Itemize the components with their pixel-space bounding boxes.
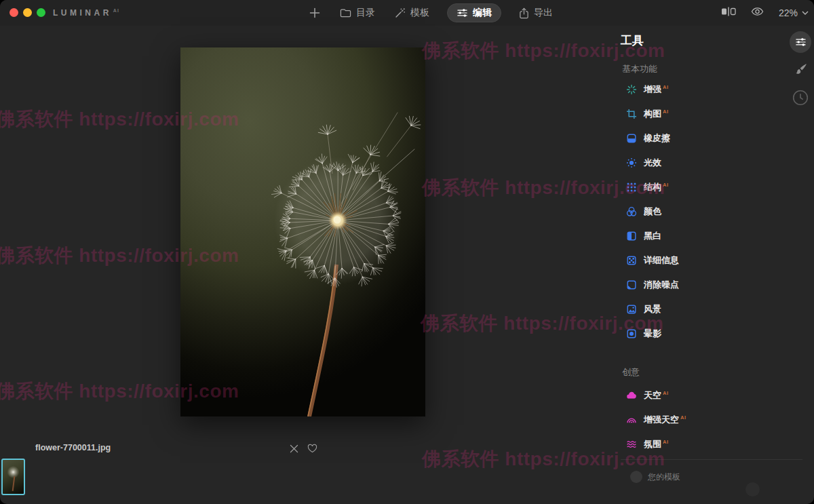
tool-label: 增强天空 (644, 414, 679, 426)
heart-icon (307, 444, 317, 453)
magic-wand-icon (394, 7, 406, 19)
add-photos-button[interactable] (309, 7, 321, 19)
tool-item-checkerboard[interactable]: 详细信息 (621, 248, 786, 273)
photo-canvas[interactable] (180, 47, 425, 416)
tool-item-vignette[interactable]: 晕影 (621, 322, 786, 346)
topbar: LUMINARAI 目录 模板 编辑 (0, 0, 814, 26)
tool-label: 黑白 (644, 230, 661, 242)
tool-label: 构图 (644, 108, 661, 120)
export-icon (519, 7, 529, 19)
vignette-icon (626, 328, 637, 339)
tool-item-denoise[interactable]: 消除噪点 (621, 273, 786, 297)
eye-icon (751, 7, 764, 16)
filmstrip-thumbnail-selected[interactable] (1, 459, 25, 495)
eraser-icon (626, 133, 637, 144)
enhance-icon (626, 84, 637, 95)
tool-item-rainbow[interactable]: 增强天空AI (621, 408, 786, 432)
color-circles-icon (626, 206, 637, 217)
tab-label: 编辑 (473, 7, 492, 19)
app-logo: LUMINARAI (53, 8, 119, 18)
ai-badge: AI (663, 84, 669, 90)
tools-section-label: 创意 (622, 367, 786, 378)
rainbow-icon (626, 414, 637, 425)
tools-panel: 工具 基本功能增强AI构图AI橡皮擦光效结构AI颜色黑白详细信息消除噪点风景晕影… (613, 26, 786, 457)
ai-badge: AI (663, 182, 669, 188)
tools-panel-title: 工具 (621, 34, 786, 47)
favorite-photo-button[interactable] (305, 442, 319, 455)
tool-label: 详细信息 (644, 254, 679, 267)
tool-label: 风景 (644, 303, 661, 315)
window-controls (9, 8, 45, 17)
tool-label: 晕影 (644, 328, 661, 340)
tool-item-half-square[interactable]: 黑白 (621, 224, 786, 248)
zoom-window-button[interactable] (37, 8, 45, 17)
crop-icon (626, 109, 637, 119)
main-tabbar: 目录 模板 编辑 导出 (309, 0, 554, 26)
dandelion-photo (180, 47, 425, 416)
quick-preview-button[interactable] (751, 7, 764, 19)
plus-icon (309, 7, 320, 18)
clock-icon (792, 89, 809, 106)
template-dot-icon (630, 471, 642, 483)
tool-item-eraser[interactable]: 橡皮擦 (621, 126, 786, 151)
tab-templates[interactable]: 模板 (393, 3, 431, 22)
tool-item-waves[interactable]: 氛围AI (621, 432, 786, 457)
tool-item-landscape[interactable]: 风景 (621, 297, 786, 322)
reject-photo-button[interactable] (287, 442, 301, 455)
tool-item-color-circles[interactable]: 颜色 (621, 199, 786, 224)
dots-grid-icon (626, 182, 637, 193)
tab-export[interactable]: 导出 (518, 3, 554, 22)
tool-label: 颜色 (644, 206, 661, 218)
topbar-right-controls: 22% (721, 0, 809, 26)
minimize-window-button[interactable] (23, 8, 32, 17)
local-masking-button[interactable] (793, 61, 809, 77)
checkerboard-icon (626, 255, 637, 266)
half-square-icon (626, 231, 637, 241)
tool-label: 结构 (644, 181, 661, 193)
compare-before-after-button[interactable] (721, 7, 736, 19)
tab-catalog[interactable]: 目录 (338, 3, 376, 22)
tool-label: 氛围 (644, 438, 661, 450)
ai-badge: AI (663, 439, 669, 445)
tool-item-dots-grid[interactable]: 结构AI (621, 175, 786, 199)
tools-section-label: 基本功能 (622, 64, 786, 75)
waves-icon (626, 439, 637, 450)
sliders-icon (795, 37, 807, 47)
tool-item-cloud[interactable]: 天空AI (621, 383, 786, 408)
close-icon (290, 444, 298, 453)
sliders-icon (457, 8, 468, 18)
panel-divider (621, 459, 802, 460)
your-templates-button[interactable]: 您的模板 (630, 471, 680, 483)
close-window-button[interactable] (9, 8, 18, 17)
your-templates-label: 您的模板 (648, 471, 680, 483)
tool-item-sun[interactable]: 光效 (621, 151, 786, 175)
tab-label: 目录 (356, 7, 375, 19)
tool-label: 天空 (644, 389, 661, 402)
tool-label: 消除噪点 (644, 279, 679, 291)
ai-badge: AI (663, 390, 669, 396)
decorative-circle (745, 482, 760, 497)
tool-label: 增强 (644, 83, 661, 96)
tab-edit[interactable]: 编辑 (447, 3, 501, 22)
filename-label: flower-7700011.jpg (35, 443, 111, 452)
ai-badge: AI (680, 414, 686, 421)
chevron-down-icon (802, 11, 809, 15)
folder-icon (340, 8, 351, 18)
tab-label: 导出 (534, 7, 553, 19)
luminar-window: LUMINARAI 目录 模板 编辑 (0, 0, 814, 504)
history-button[interactable] (792, 89, 809, 106)
cloud-icon (626, 390, 637, 401)
ai-badge: AI (663, 109, 669, 115)
compare-icon (721, 7, 736, 16)
tool-label: 光效 (644, 157, 661, 169)
tool-item-crop[interactable]: 构图AI (621, 102, 786, 126)
denoise-icon (626, 279, 637, 290)
zoom-level-dropdown[interactable]: 22% (779, 7, 809, 18)
sun-icon (626, 157, 637, 168)
edit-tools-sidebar-button[interactable] (790, 31, 811, 53)
tool-item-enhance[interactable]: 增强AI (621, 77, 786, 102)
tool-label: 橡皮擦 (644, 132, 670, 144)
brush-icon (794, 62, 808, 76)
zoom-level-value: 22% (779, 7, 798, 18)
landscape-icon (626, 304, 637, 315)
